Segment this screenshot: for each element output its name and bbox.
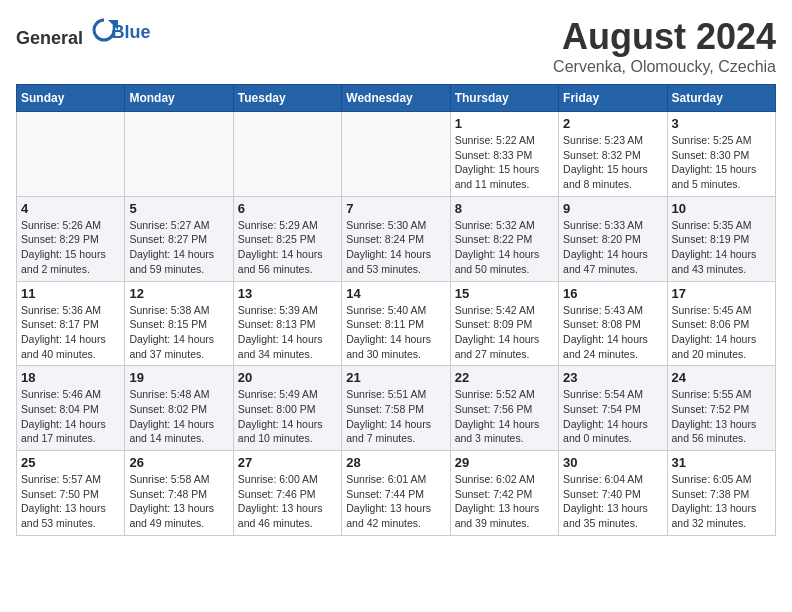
week-row-4: 18Sunrise: 5:46 AM Sunset: 8:04 PM Dayli…: [17, 366, 776, 451]
calendar-cell: 5Sunrise: 5:27 AM Sunset: 8:27 PM Daylig…: [125, 196, 233, 281]
weekday-header-saturday: Saturday: [667, 85, 775, 112]
day-info: Sunrise: 5:32 AM Sunset: 8:22 PM Dayligh…: [455, 218, 554, 277]
calendar-subtitle: Cervenka, Olomoucky, Czechia: [553, 58, 776, 76]
calendar-cell: 27Sunrise: 6:00 AM Sunset: 7:46 PM Dayli…: [233, 451, 341, 536]
calendar-cell: 29Sunrise: 6:02 AM Sunset: 7:42 PM Dayli…: [450, 451, 558, 536]
day-number: 26: [129, 455, 228, 470]
day-number: 14: [346, 286, 445, 301]
calendar-cell: 6Sunrise: 5:29 AM Sunset: 8:25 PM Daylig…: [233, 196, 341, 281]
calendar-cell: 12Sunrise: 5:38 AM Sunset: 8:15 PM Dayli…: [125, 281, 233, 366]
day-info: Sunrise: 5:43 AM Sunset: 8:08 PM Dayligh…: [563, 303, 662, 362]
calendar-cell: [17, 112, 125, 197]
calendar-cell: 28Sunrise: 6:01 AM Sunset: 7:44 PM Dayli…: [342, 451, 450, 536]
day-number: 17: [672, 286, 771, 301]
day-number: 27: [238, 455, 337, 470]
calendar-cell: 3Sunrise: 5:25 AM Sunset: 8:30 PM Daylig…: [667, 112, 775, 197]
logo-blue: Blue: [112, 22, 151, 42]
weekday-header-row: SundayMondayTuesdayWednesdayThursdayFrid…: [17, 85, 776, 112]
weekday-header-sunday: Sunday: [17, 85, 125, 112]
day-number: 11: [21, 286, 120, 301]
calendar-cell: 15Sunrise: 5:42 AM Sunset: 8:09 PM Dayli…: [450, 281, 558, 366]
day-info: Sunrise: 5:58 AM Sunset: 7:48 PM Dayligh…: [129, 472, 228, 531]
calendar-cell: [233, 112, 341, 197]
day-number: 28: [346, 455, 445, 470]
day-info: Sunrise: 5:52 AM Sunset: 7:56 PM Dayligh…: [455, 387, 554, 446]
day-info: Sunrise: 5:35 AM Sunset: 8:19 PM Dayligh…: [672, 218, 771, 277]
day-info: Sunrise: 5:27 AM Sunset: 8:27 PM Dayligh…: [129, 218, 228, 277]
day-number: 1: [455, 116, 554, 131]
day-info: Sunrise: 6:01 AM Sunset: 7:44 PM Dayligh…: [346, 472, 445, 531]
calendar-cell: 10Sunrise: 5:35 AM Sunset: 8:19 PM Dayli…: [667, 196, 775, 281]
day-info: Sunrise: 5:26 AM Sunset: 8:29 PM Dayligh…: [21, 218, 120, 277]
day-number: 21: [346, 370, 445, 385]
weekday-header-wednesday: Wednesday: [342, 85, 450, 112]
day-info: Sunrise: 5:42 AM Sunset: 8:09 PM Dayligh…: [455, 303, 554, 362]
day-number: 20: [238, 370, 337, 385]
day-info: Sunrise: 5:25 AM Sunset: 8:30 PM Dayligh…: [672, 133, 771, 192]
day-number: 30: [563, 455, 662, 470]
calendar-cell: 14Sunrise: 5:40 AM Sunset: 8:11 PM Dayli…: [342, 281, 450, 366]
day-info: Sunrise: 6:00 AM Sunset: 7:46 PM Dayligh…: [238, 472, 337, 531]
calendar-cell: 21Sunrise: 5:51 AM Sunset: 7:58 PM Dayli…: [342, 366, 450, 451]
day-info: Sunrise: 5:22 AM Sunset: 8:33 PM Dayligh…: [455, 133, 554, 192]
day-number: 8: [455, 201, 554, 216]
day-number: 2: [563, 116, 662, 131]
day-number: 22: [455, 370, 554, 385]
calendar-cell: 8Sunrise: 5:32 AM Sunset: 8:22 PM Daylig…: [450, 196, 558, 281]
day-info: Sunrise: 5:30 AM Sunset: 8:24 PM Dayligh…: [346, 218, 445, 277]
day-info: Sunrise: 5:54 AM Sunset: 7:54 PM Dayligh…: [563, 387, 662, 446]
day-number: 6: [238, 201, 337, 216]
day-number: 7: [346, 201, 445, 216]
logo: General Blue: [16, 16, 151, 49]
calendar-cell: [342, 112, 450, 197]
calendar-cell: 2Sunrise: 5:23 AM Sunset: 8:32 PM Daylig…: [559, 112, 667, 197]
day-number: 5: [129, 201, 228, 216]
day-info: Sunrise: 5:33 AM Sunset: 8:20 PM Dayligh…: [563, 218, 662, 277]
day-info: Sunrise: 5:36 AM Sunset: 8:17 PM Dayligh…: [21, 303, 120, 362]
calendar-cell: 9Sunrise: 5:33 AM Sunset: 8:20 PM Daylig…: [559, 196, 667, 281]
day-info: Sunrise: 5:40 AM Sunset: 8:11 PM Dayligh…: [346, 303, 445, 362]
day-info: Sunrise: 5:51 AM Sunset: 7:58 PM Dayligh…: [346, 387, 445, 446]
calendar-cell: 16Sunrise: 5:43 AM Sunset: 8:08 PM Dayli…: [559, 281, 667, 366]
calendar-cell: 4Sunrise: 5:26 AM Sunset: 8:29 PM Daylig…: [17, 196, 125, 281]
week-row-5: 25Sunrise: 5:57 AM Sunset: 7:50 PM Dayli…: [17, 451, 776, 536]
day-number: 15: [455, 286, 554, 301]
calendar-cell: 7Sunrise: 5:30 AM Sunset: 8:24 PM Daylig…: [342, 196, 450, 281]
week-row-2: 4Sunrise: 5:26 AM Sunset: 8:29 PM Daylig…: [17, 196, 776, 281]
day-info: Sunrise: 5:55 AM Sunset: 7:52 PM Dayligh…: [672, 387, 771, 446]
day-number: 31: [672, 455, 771, 470]
calendar-table: SundayMondayTuesdayWednesdayThursdayFrid…: [16, 84, 776, 536]
day-info: Sunrise: 5:49 AM Sunset: 8:00 PM Dayligh…: [238, 387, 337, 446]
week-row-1: 1Sunrise: 5:22 AM Sunset: 8:33 PM Daylig…: [17, 112, 776, 197]
day-number: 10: [672, 201, 771, 216]
day-number: 23: [563, 370, 662, 385]
calendar-cell: 13Sunrise: 5:39 AM Sunset: 8:13 PM Dayli…: [233, 281, 341, 366]
weekday-header-tuesday: Tuesday: [233, 85, 341, 112]
calendar-cell: 30Sunrise: 6:04 AM Sunset: 7:40 PM Dayli…: [559, 451, 667, 536]
day-number: 25: [21, 455, 120, 470]
calendar-cell: 18Sunrise: 5:46 AM Sunset: 8:04 PM Dayli…: [17, 366, 125, 451]
calendar-cell: 1Sunrise: 5:22 AM Sunset: 8:33 PM Daylig…: [450, 112, 558, 197]
week-row-3: 11Sunrise: 5:36 AM Sunset: 8:17 PM Dayli…: [17, 281, 776, 366]
calendar-cell: 25Sunrise: 5:57 AM Sunset: 7:50 PM Dayli…: [17, 451, 125, 536]
calendar-cell: 11Sunrise: 5:36 AM Sunset: 8:17 PM Dayli…: [17, 281, 125, 366]
day-number: 18: [21, 370, 120, 385]
logo-general: General: [16, 28, 83, 48]
calendar-cell: 22Sunrise: 5:52 AM Sunset: 7:56 PM Dayli…: [450, 366, 558, 451]
page-header: General Blue August 2024 Cervenka, Olomo…: [16, 16, 776, 76]
calendar-cell: 31Sunrise: 6:05 AM Sunset: 7:38 PM Dayli…: [667, 451, 775, 536]
day-number: 24: [672, 370, 771, 385]
day-number: 9: [563, 201, 662, 216]
calendar-cell: 17Sunrise: 5:45 AM Sunset: 8:06 PM Dayli…: [667, 281, 775, 366]
day-info: Sunrise: 5:39 AM Sunset: 8:13 PM Dayligh…: [238, 303, 337, 362]
day-number: 19: [129, 370, 228, 385]
calendar-cell: [125, 112, 233, 197]
day-info: Sunrise: 5:29 AM Sunset: 8:25 PM Dayligh…: [238, 218, 337, 277]
day-number: 16: [563, 286, 662, 301]
day-info: Sunrise: 5:23 AM Sunset: 8:32 PM Dayligh…: [563, 133, 662, 192]
day-info: Sunrise: 5:38 AM Sunset: 8:15 PM Dayligh…: [129, 303, 228, 362]
day-info: Sunrise: 6:02 AM Sunset: 7:42 PM Dayligh…: [455, 472, 554, 531]
day-number: 12: [129, 286, 228, 301]
day-number: 3: [672, 116, 771, 131]
day-number: 29: [455, 455, 554, 470]
